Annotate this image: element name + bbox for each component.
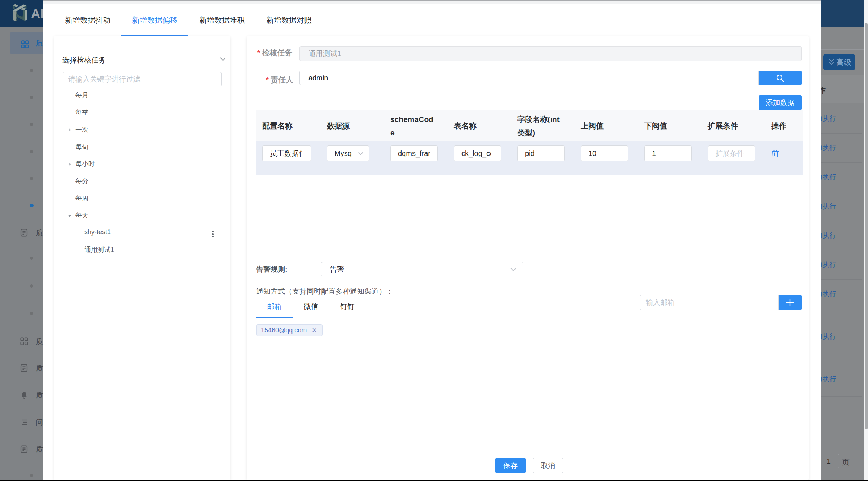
modal-tab-4[interactable]: 新增数据对照	[255, 7, 323, 35]
sidebar-item[interactable]: 质	[0, 359, 43, 377]
grid-icon	[21, 40, 29, 48]
sidebar-subitem-dot[interactable]	[30, 69, 33, 72]
tree-node-label: 每小时	[75, 159, 95, 168]
tree-node-每季[interactable]: 每季	[54, 104, 230, 122]
tree-node-每分[interactable]: 每分	[54, 173, 230, 190]
pagination-unit-label: 页	[842, 457, 850, 467]
tree-node-每旬[interactable]: 每旬	[54, 139, 230, 156]
sidebar-subitem-dot[interactable]	[30, 257, 33, 260]
tree-node-label: 每天	[75, 211, 88, 220]
table-name-input[interactable]: ck_log_config	[454, 145, 501, 161]
tree-node-一次[interactable]: 一次	[54, 121, 230, 139]
screen: AP admin 质 质质质质问质 高级 操作	[0, 0, 868, 481]
upper-threshold-input[interactable]: 10	[581, 145, 628, 161]
required-star: *	[257, 49, 262, 57]
brand-logo-icon	[10, 1, 30, 23]
datasource-select[interactable]: Mysql	[327, 145, 369, 161]
notify-tab-2[interactable]: 微信	[293, 298, 329, 318]
pagination-page-input[interactable]: 1	[821, 454, 839, 468]
tree-node-每小时[interactable]: 每小时	[54, 156, 230, 173]
caret-down-icon[interactable]	[67, 214, 72, 218]
sidebar-subitem-dot[interactable]	[30, 177, 33, 180]
bg-row-action-link[interactable]: 追加执行	[821, 289, 836, 299]
field-name-input[interactable]: pid	[517, 145, 565, 161]
sidebar-subitem-dot[interactable]	[30, 123, 33, 126]
owner-search-button[interactable]	[759, 71, 802, 85]
config-table-row: 员工数据信息 Mysql dqms_framework ck_log_confi…	[256, 141, 803, 175]
config-name-input[interactable]: 员工数据信息	[262, 145, 311, 161]
bg-row-action-link[interactable]: 追加执行	[821, 332, 836, 341]
sidebar-item[interactable]: 质	[0, 441, 43, 458]
sidebar-item[interactable]: 质	[0, 224, 43, 241]
modal-tab-1[interactable]: 新增数据抖动	[54, 7, 121, 35]
task-field-label: * 检核任务	[257, 48, 292, 58]
bg-row-divider	[821, 309, 862, 309]
bg-row-action-link[interactable]: 追加执行	[821, 172, 836, 182]
tree-node-shy-test1[interactable]: shy-test1	[54, 224, 230, 241]
tree-node-label: 每周	[75, 194, 88, 203]
app-content-strip: 高级 操作 1 页 追加执行追加执行追加执行追加执行追加执行追加执行追加执行追加…	[821, 27, 864, 480]
notify-method-label: 通知方式（支持同时配置多种通知渠道）：	[256, 287, 393, 296]
schema-code-input[interactable]: dqms_framework	[390, 145, 438, 161]
sidebar-item[interactable]: 质	[0, 386, 43, 404]
sidebar-item-active[interactable]: 质	[10, 32, 43, 54]
delete-row-trash-icon[interactable]	[771, 149, 779, 158]
email-tag: 15460@qq.com✕	[256, 324, 323, 336]
bg-row-divider	[821, 133, 862, 134]
sidebar-subitem-dot[interactable]	[30, 96, 33, 99]
collapse-header[interactable]: 选择检核任务	[62, 52, 222, 68]
owner-input[interactable]: admin	[299, 71, 759, 85]
required-star: *	[266, 76, 271, 84]
tree-node-每周[interactable]: 每周	[54, 190, 230, 207]
sidebar-item[interactable]: 质	[0, 333, 43, 350]
alert-rule-label: 告警规则:	[256, 264, 288, 274]
bg-row-divider	[821, 104, 862, 104]
advanced-button-label: 高级	[836, 58, 851, 66]
sidebar-subitem-dot[interactable]	[30, 312, 33, 315]
remove-email-icon[interactable]: ✕	[312, 325, 317, 336]
page-scrollbar[interactable]	[864, 0, 868, 481]
sidebar-subitem-dot[interactable]	[30, 284, 33, 288]
sidebar-item[interactable]: 问	[0, 414, 43, 431]
document-icon	[20, 229, 28, 237]
bg-row-action-link[interactable]: 追加执行	[821, 143, 836, 153]
bg-row-action-link[interactable]: 追加执行	[821, 114, 836, 123]
caret-right-icon[interactable]	[67, 162, 72, 166]
advanced-button[interactable]: 高级	[823, 54, 855, 70]
bg-row-divider	[821, 447, 862, 447]
modal-tab-3[interactable]: 新增数据堆积	[188, 7, 255, 35]
chevron-down-icon	[358, 152, 364, 156]
notify-tab-1[interactable]: 邮箱	[256, 298, 293, 318]
add-data-button[interactable]: 添加数据	[759, 95, 802, 110]
bg-row-action-link[interactable]: 追加执行	[821, 202, 836, 211]
sidebar-subitem-dot[interactable]	[30, 474, 33, 477]
save-button[interactable]: 保存	[495, 458, 526, 473]
notify-tab-3[interactable]: 钉钉	[329, 298, 365, 318]
ext-condition-input[interactable]: 扩展条件	[708, 145, 755, 161]
scrollbar-thumb[interactable]	[865, 23, 868, 429]
bg-row-action-link[interactable]: 追加执行	[821, 260, 836, 270]
sidebar-subitem-dot[interactable]	[30, 150, 33, 153]
tree-node-每月[interactable]: 每月	[54, 87, 230, 104]
bg-row-action-link[interactable]: 追加执行	[821, 231, 836, 240]
alert-rule-select[interactable]: 告警	[321, 262, 523, 276]
add-email-button[interactable]	[779, 295, 802, 310]
modal-tab-2[interactable]: 新增数据偏移	[121, 7, 188, 35]
sidebar-subitem-active-dot[interactable]	[30, 204, 34, 207]
kebab-menu-icon[interactable]	[212, 231, 214, 238]
sidebar-item-label: 质	[36, 390, 43, 400]
bg-row-action-link[interactable]: 追加执行	[821, 375, 836, 384]
cancel-button[interactable]: 取消	[533, 458, 563, 473]
lower-threshold-input[interactable]: 1	[644, 145, 692, 161]
tree-filter-input[interactable]	[63, 72, 222, 86]
sidebar-item-label: 质	[36, 445, 43, 454]
sidebar-item-label: 质	[36, 363, 43, 373]
email-input[interactable]: 输入邮箱	[640, 295, 779, 310]
sidebar-item-label: 质	[36, 337, 43, 346]
double-chevron-down-icon	[828, 58, 835, 66]
list-icon	[20, 418, 28, 426]
tree-node-每天[interactable]: 每天	[54, 207, 230, 224]
caret-right-icon[interactable]	[67, 128, 72, 132]
task-name-input[interactable]: 通用测试1	[299, 46, 802, 61]
tree-node-通用测试1[interactable]: 通用测试1	[54, 241, 230, 258]
